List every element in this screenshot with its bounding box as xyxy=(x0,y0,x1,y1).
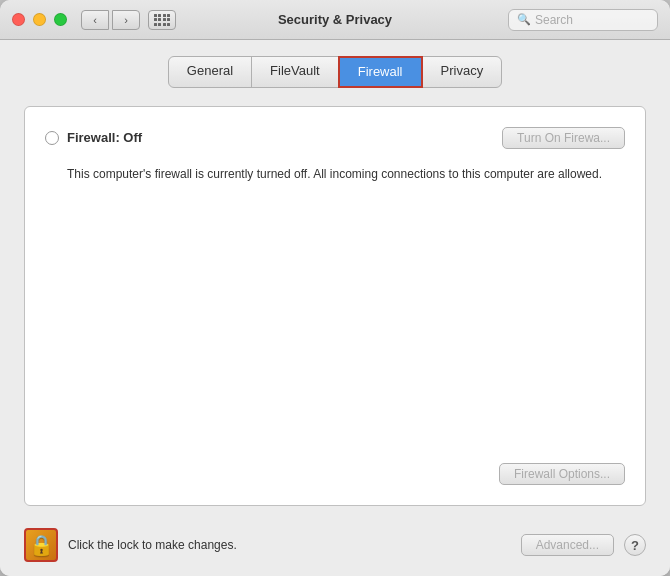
bottom-bar: 🔒 Click the lock to make changes. Advanc… xyxy=(24,520,646,576)
back-icon: ‹ xyxy=(93,14,97,26)
back-button[interactable]: ‹ xyxy=(81,10,109,30)
minimize-button[interactable] xyxy=(33,13,46,26)
tab-bar: General FileVault Firewall Privacy xyxy=(24,56,646,88)
lock-icon: 🔒 xyxy=(29,535,54,555)
firewall-options-row: Firewall Options... xyxy=(45,463,625,485)
firewall-radio[interactable] xyxy=(45,131,59,145)
firewall-status-row: Firewall: Off Turn On Firewa... xyxy=(45,127,625,149)
tab-privacy[interactable]: Privacy xyxy=(422,56,503,88)
close-button[interactable] xyxy=(12,13,25,26)
maximize-button[interactable] xyxy=(54,13,67,26)
forward-icon: › xyxy=(124,14,128,26)
window-title: Security & Privacy xyxy=(278,12,392,27)
turn-on-firewall-button[interactable]: Turn On Firewa... xyxy=(502,127,625,149)
tab-firewall[interactable]: Firewall xyxy=(338,56,423,88)
nav-buttons: ‹ › xyxy=(81,10,140,30)
lock-description: Click the lock to make changes. xyxy=(68,538,511,552)
titlebar: ‹ › Security & Privacy 🔍 Search xyxy=(0,0,670,40)
help-button[interactable]: ? xyxy=(624,534,646,556)
firewall-panel: Firewall: Off Turn On Firewa... This com… xyxy=(24,106,646,507)
help-icon: ? xyxy=(631,538,639,553)
forward-button[interactable]: › xyxy=(112,10,140,30)
search-placeholder: Search xyxy=(535,13,573,27)
search-icon: 🔍 xyxy=(517,13,531,26)
tab-filevault[interactable]: FileVault xyxy=(251,56,339,88)
grid-icon xyxy=(154,14,171,26)
grid-button[interactable] xyxy=(148,10,176,30)
lock-button[interactable]: 🔒 xyxy=(24,528,58,562)
content-area: General FileVault Firewall Privacy Firew… xyxy=(0,40,670,576)
firewall-description: This computer's firewall is currently tu… xyxy=(45,165,625,183)
firewall-options-button[interactable]: Firewall Options... xyxy=(499,463,625,485)
main-window: ‹ › Security & Privacy 🔍 Search General xyxy=(0,0,670,576)
advanced-button[interactable]: Advanced... xyxy=(521,534,614,556)
tab-general[interactable]: General xyxy=(168,56,252,88)
firewall-status-label: Firewall: Off xyxy=(67,130,502,145)
search-bar[interactable]: 🔍 Search xyxy=(508,9,658,31)
traffic-lights xyxy=(12,13,67,26)
